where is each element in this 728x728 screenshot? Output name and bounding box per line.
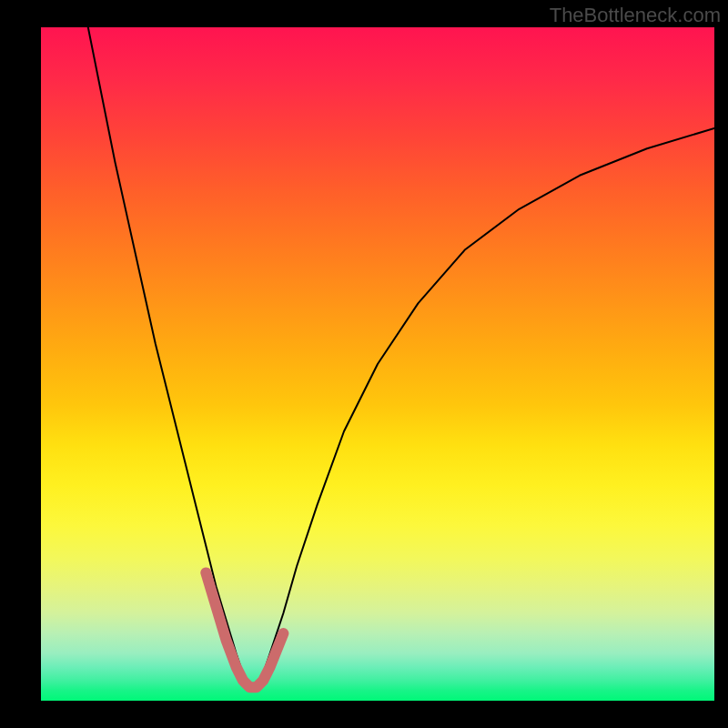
chart-svg	[41, 27, 714, 701]
curve-marker-overlay	[206, 572, 283, 687]
curve-thin	[88, 27, 714, 687]
watermark-text: TheBottleneck.com	[550, 4, 721, 27]
chart-plot-area	[41, 27, 714, 701]
